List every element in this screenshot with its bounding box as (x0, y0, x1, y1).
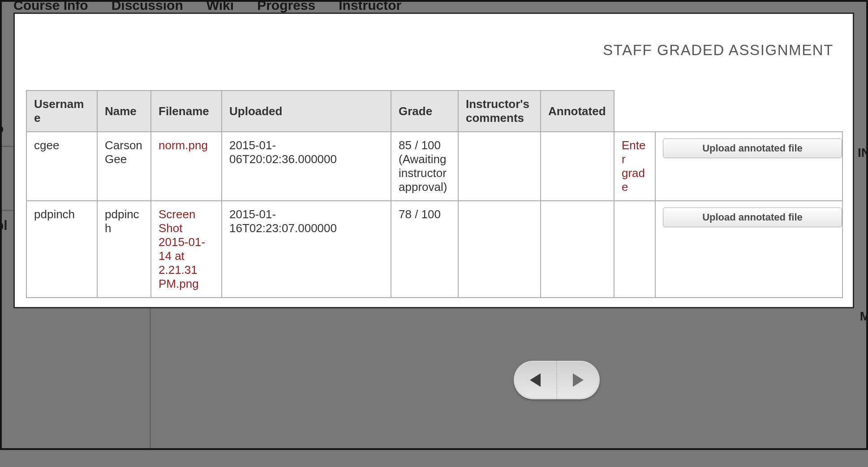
col-grade: Grade (391, 91, 458, 132)
chevron-right-icon (573, 373, 584, 387)
col-name: Name (97, 91, 151, 132)
col-actions-1 (614, 91, 655, 132)
cell-enter-grade (614, 201, 655, 298)
upload-annotated-button[interactable]: Upload annotated file (663, 138, 842, 158)
table-row: cgee Carson Gee norm.png 2015-01-06T20:0… (26, 132, 842, 201)
col-comments: Instructor's comments (458, 91, 541, 132)
submissions-table: Username Name Filename Uploaded Grade In… (26, 90, 843, 298)
modal-title: STAFF GRADED ASSIGNMENT (26, 42, 842, 59)
cell-annotated (541, 132, 614, 201)
cell-username: cgee (26, 132, 97, 201)
chevron-left-icon (530, 373, 541, 387)
next-button[interactable] (557, 361, 600, 399)
table-header-row: Username Name Filename Uploaded Grade In… (26, 91, 842, 132)
enter-grade-link[interactable]: Enter grade (622, 138, 646, 194)
slide-nav (514, 361, 600, 399)
cell-name: Carson Gee (97, 132, 151, 201)
cell-upload: Upload annotated file (655, 132, 842, 201)
staff-graded-modal: STAFF GRADED ASSIGNMENT Username Name Fi… (13, 13, 854, 308)
cell-name: pdpinch (97, 201, 151, 298)
cell-grade: 85 / 100 (Awaiting instructor approval) (391, 132, 458, 201)
cell-uploaded: 2015-01-16T02:23:07.000000 (222, 201, 391, 298)
cell-uploaded: 2015-01-06T20:02:36.000000 (222, 132, 391, 201)
cell-filename: norm.png (151, 132, 222, 201)
cell-username: pdpinch (26, 201, 97, 298)
upload-annotated-button[interactable]: Upload annotated file (663, 208, 842, 227)
cell-filename: Screen Shot 2015-01-14 at 2.21.31 PM.png (151, 201, 222, 298)
cell-comments (458, 201, 541, 298)
col-annotated: Annotated (541, 91, 614, 132)
col-uploaded: Uploaded (222, 91, 391, 132)
cell-upload: Upload annotated file (655, 201, 842, 298)
table-row: pdpinch pdpinch Screen Shot 2015-01-14 a… (26, 201, 842, 298)
col-actions-2 (655, 91, 842, 132)
cell-annotated (541, 201, 614, 298)
col-username: Username (26, 91, 97, 132)
file-link[interactable]: norm.png (159, 138, 208, 152)
prev-button[interactable] (514, 361, 557, 399)
col-filename: Filename (151, 91, 222, 132)
file-link[interactable]: Screen Shot 2015-01-14 at 2.21.31 PM.png (159, 208, 205, 290)
cell-comments (458, 132, 541, 201)
cell-grade: 78 / 100 (391, 201, 458, 298)
cell-enter-grade: Enter grade (614, 132, 655, 201)
